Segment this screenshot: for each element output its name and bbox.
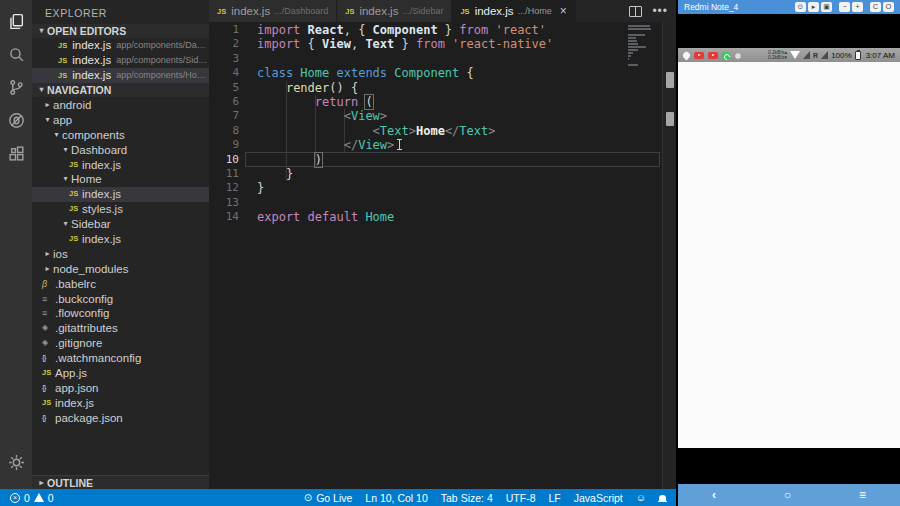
tree-item-node-modules[interactable]: ▸node_modules	[32, 262, 209, 277]
status-item-tab-size-4[interactable]: Tab Size: 4	[441, 492, 493, 504]
tree-item-label: App.js	[55, 366, 87, 381]
tree-item-buckconfig[interactable]: ≡.buckconfig	[32, 292, 209, 307]
tree-item-ios[interactable]: ▸ios	[32, 247, 209, 262]
status-label: UTF-8	[506, 492, 536, 504]
split-editor-icon[interactable]	[629, 6, 642, 17]
section-outline[interactable]: ▸ OUTLINE	[32, 475, 209, 489]
section-navigation[interactable]: ▾ NAVIGATION	[32, 83, 209, 97]
code-token: render	[286, 81, 329, 95]
tree-item-gitattributes[interactable]: ◈.gitattributes	[32, 321, 209, 336]
line-number: 9	[209, 138, 239, 152]
open-editor-item[interactable]: JSindex.jsapp/components/Sidebar	[32, 53, 209, 68]
tree-item-label: .buckconfig	[55, 292, 113, 307]
tree-item-label: .babelrc	[55, 277, 96, 292]
json-icon: {}	[42, 411, 55, 426]
minimap-line	[628, 49, 638, 51]
code-token: }	[286, 167, 293, 181]
tree-item-flowconfig[interactable]: ≡.flowconfig	[32, 306, 209, 321]
broadcast-icon: ⊙	[304, 492, 312, 503]
js-icon: JS	[42, 396, 55, 411]
tree-item-index-js[interactable]: JSindex.js	[32, 158, 209, 173]
phone-screen[interactable]	[678, 62, 900, 448]
code-line: 10 )	[209, 153, 676, 167]
open-editor-item[interactable]: JSindex.jsapp/components/Dashbo...	[32, 38, 209, 53]
sidebar-title: EXPLORER	[32, 0, 209, 24]
status-item-lf[interactable]: LF	[548, 492, 560, 504]
line-content: import { View, Text } from 'react-native…	[239, 37, 553, 51]
tree-item-gitignore[interactable]: ◈.gitignore	[32, 336, 209, 351]
settings-gear-icon[interactable]	[4, 449, 28, 475]
minimap-line	[628, 40, 637, 42]
section-label: OPEN EDITORS	[47, 24, 126, 38]
line-content: return (	[239, 95, 373, 109]
tree-item-label: .gitattributes	[55, 321, 118, 336]
screenshot-button[interactable]: ▣	[821, 2, 832, 12]
tree-item-babelrc[interactable]: β.babelrc	[32, 277, 209, 292]
status-item-ln-10-col-10[interactable]: Ln 10, Col 10	[365, 492, 427, 504]
more-actions-icon[interactable]: •••	[652, 4, 668, 18]
volume-up-button[interactable]: +	[852, 2, 863, 12]
tree-item-index-js[interactable]: JSindex.js	[32, 187, 209, 202]
tree-item-android[interactable]: ▸android	[32, 98, 209, 113]
code-token: }	[394, 37, 416, 51]
status-item-bell[interactable]	[659, 495, 666, 501]
nav-back-button[interactable]: ‹	[712, 484, 716, 506]
tree-item-package-json[interactable]: {}package.json	[32, 411, 209, 426]
network-speed: 0.2kB/s▴ 0.2kB/s▾	[768, 50, 787, 61]
code-token	[257, 153, 315, 167]
config-icon: ≡	[42, 306, 55, 321]
status-item-go-live[interactable]: ⊙Go Live	[304, 492, 353, 504]
debug-disabled-icon[interactable]	[4, 107, 28, 133]
tree-item-components[interactable]: ▾components	[32, 128, 209, 143]
code-token: Home	[300, 66, 336, 80]
line-number: 12	[209, 181, 239, 195]
tab-home[interactable]: JSindex.js.../Home×	[452, 0, 575, 22]
section-open-editors[interactable]: ▾ OPEN EDITORS	[32, 24, 209, 38]
tree-item-index-js[interactable]: JSindex.js	[32, 396, 209, 411]
tree-item-app-json[interactable]: {}app.json	[32, 381, 209, 396]
code-token: ,	[344, 23, 358, 37]
tree-item-app-js[interactable]: JSApp.js	[32, 366, 209, 381]
tree-item-index-js[interactable]: JSindex.js	[32, 232, 209, 247]
scrollbar-marker[interactable]	[666, 112, 674, 126]
status-item-errors[interactable]: ×0	[10, 492, 30, 504]
tree-item-dashboard[interactable]: ▾Dashboard	[32, 143, 209, 158]
tree-item-watchmanconfig[interactable]: {}.watchmanconfig	[32, 351, 209, 366]
scrollbar-marker[interactable]	[666, 72, 674, 88]
minimap[interactable]	[628, 25, 656, 67]
tree-item-sidebar[interactable]: ▾Sidebar	[32, 217, 209, 232]
tree-item-home[interactable]: ▾Home	[32, 172, 209, 187]
status-item-warnings[interactable]: 0	[34, 492, 54, 504]
record-button[interactable]: ▸	[808, 2, 819, 12]
activity-bar	[0, 0, 32, 506]
tab-name: index.js	[231, 5, 270, 17]
cast-button[interactable]: ⊙	[795, 2, 806, 12]
code-token: Home	[416, 124, 445, 138]
rotate-button[interactable]: C	[870, 2, 881, 12]
tree-item-styles-js[interactable]: JSstyles.js	[32, 202, 209, 217]
search-icon[interactable]	[4, 41, 28, 67]
location-icon	[682, 51, 692, 61]
open-editor-item[interactable]: JSindex.jsapp/components/Home	[32, 68, 209, 83]
volume-down-button[interactable]: −	[839, 2, 850, 12]
status-item-javascript[interactable]: JavaScript	[574, 492, 623, 504]
text-cursor-icon	[396, 139, 403, 150]
code-editor[interactable]: 1import React, { Component } from 'react…	[209, 22, 676, 489]
nav-recents-button[interactable]: ≡	[859, 484, 866, 506]
status-item-smiley[interactable]: ☺	[636, 492, 646, 503]
close-icon[interactable]: ×	[560, 4, 567, 18]
js-icon: JS	[69, 202, 82, 217]
overview-ruler[interactable]	[662, 22, 676, 489]
extensions-icon[interactable]	[4, 140, 28, 166]
minimap-line	[628, 55, 631, 57]
tab-dashboard[interactable]: JSindex.js.../Dashboard	[209, 0, 337, 22]
nav-home-button[interactable]: ○	[784, 484, 791, 506]
tree-item-app[interactable]: ▾app	[32, 113, 209, 128]
code-token	[257, 95, 315, 109]
tab-sidebar[interactable]: JSindex.js.../Sidebar	[337, 0, 452, 22]
explorer-icon[interactable]	[4, 8, 28, 34]
status-item-utf-8[interactable]: UTF-8	[506, 492, 536, 504]
power-button[interactable]: O	[883, 2, 894, 12]
source-control-icon[interactable]	[4, 74, 28, 100]
chevron-right-icon: ▸	[36, 476, 47, 490]
